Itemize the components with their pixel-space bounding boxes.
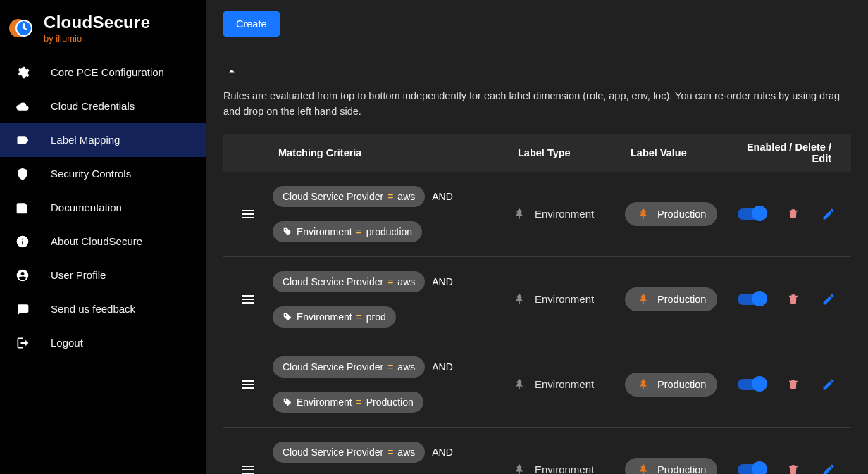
criteria-join: AND — [432, 191, 453, 202]
doc-icon — [14, 199, 31, 216]
chevron-up-icon[interactable] — [223, 63, 240, 80]
label-icon — [14, 132, 31, 149]
actions-cell — [738, 292, 856, 307]
th-label-type: Label Type — [512, 147, 625, 158]
sidebar-item-about-cloudsecure[interactable]: About CloudSecure — [0, 225, 206, 258]
brand: CloudSecure by illumio — [0, 0, 206, 56]
sidebar-item-label-mapping[interactable]: Label Mapping — [0, 123, 206, 157]
enabled-toggle[interactable] — [738, 379, 766, 390]
enabled-toggle[interactable] — [738, 208, 766, 220]
brand-subtitle: by illumio — [44, 34, 150, 44]
criteria-chip[interactable]: Cloud Service Provider=aws — [273, 186, 425, 207]
label-value-text: Production — [657, 379, 706, 390]
tree-icon — [636, 463, 650, 474]
criteria-val: prod — [366, 311, 386, 323]
edit-icon[interactable] — [821, 377, 836, 392]
label-value-cell: Production — [625, 202, 738, 226]
sidebar-item-label: Logout — [51, 337, 83, 349]
label-value-chip[interactable]: Production — [625, 458, 717, 474]
tree-icon — [636, 292, 650, 306]
table-row: Cloud Service Provider=awsANDEnvironment… — [223, 342, 851, 428]
criteria-val: aws — [397, 447, 415, 458]
criteria-val: aws — [397, 191, 415, 202]
label-value-cell: Production — [625, 458, 738, 474]
criteria-val: aws — [397, 276, 415, 287]
criteria-chip[interactable]: Environment=Production — [273, 392, 423, 413]
sidebar-item-core-pce-configuration[interactable]: Core PCE Configuration — [0, 56, 206, 89]
sidebar-item-label: Send us feedback — [51, 303, 135, 315]
gear-icon — [14, 64, 31, 81]
sidebar-item-label: About CloudSecure — [51, 235, 142, 247]
criteria-join: AND — [432, 361, 453, 373]
label-value-cell: Production — [625, 287, 738, 311]
enabled-toggle[interactable] — [738, 464, 766, 474]
delete-icon[interactable] — [786, 462, 801, 474]
criteria-key: Environment — [297, 226, 352, 237]
criteria-op: = — [356, 397, 362, 408]
th-label-value: Label Value — [625, 147, 738, 158]
label-type-cell: Environment — [512, 292, 625, 306]
table-row: Cloud Service Provider=awsANDEnvironment… — [223, 257, 851, 342]
enabled-toggle[interactable] — [738, 294, 766, 305]
criteria-join: AND — [432, 276, 453, 287]
sidebar-item-label: Cloud Credentials — [51, 100, 135, 112]
tree-icon — [512, 463, 526, 474]
main-content: Create Rules are evaluated from top to b… — [206, 0, 868, 474]
label-value-cell: Production — [625, 373, 738, 397]
edit-icon[interactable] — [821, 292, 836, 307]
criteria-op: = — [388, 276, 393, 287]
delete-icon[interactable] — [786, 206, 801, 222]
sidebar-item-label: Label Mapping — [51, 134, 120, 146]
rules-table: Matching Criteria Label Type Label Value… — [223, 134, 851, 474]
tree-icon — [512, 378, 526, 392]
criteria-join: AND — [432, 447, 453, 458]
th-criteria: Matching Criteria — [273, 147, 512, 158]
label-value-text: Production — [657, 464, 706, 474]
criteria-key: Cloud Service Provider — [283, 361, 383, 373]
sidebar-item-logout[interactable]: Logout — [0, 326, 206, 360]
sidebar-nav: Core PCE ConfigurationCloud CredentialsL… — [0, 56, 206, 360]
drag-handle-icon[interactable] — [240, 376, 256, 393]
criteria-op: = — [356, 226, 362, 237]
sidebar-item-security-controls[interactable]: Security Controls — [0, 157, 206, 191]
criteria-chip[interactable]: Environment=production — [273, 221, 422, 242]
drag-handle-icon[interactable] — [240, 206, 256, 223]
edit-icon[interactable] — [821, 462, 836, 474]
label-type-cell: Environment — [512, 463, 625, 474]
criteria-key: Cloud Service Provider — [283, 447, 383, 458]
sidebar-item-user-profile[interactable]: User Profile — [0, 258, 206, 292]
label-value-chip[interactable]: Production — [625, 373, 717, 397]
label-value-text: Production — [657, 294, 706, 305]
sidebar-item-cloud-credentials[interactable]: Cloud Credentials — [0, 89, 206, 123]
label-value-chip[interactable]: Production — [625, 202, 717, 226]
delete-icon[interactable] — [786, 377, 801, 392]
label-value-text: Production — [657, 208, 706, 220]
cloud-icon — [14, 98, 31, 115]
criteria-chip[interactable]: Cloud Service Provider=aws — [273, 271, 425, 292]
label-type-cell: Environment — [512, 207, 625, 221]
info-icon — [14, 233, 31, 250]
create-button[interactable]: Create — [223, 11, 280, 37]
sidebar-item-documentation[interactable]: Documentation — [0, 191, 206, 225]
criteria-chip[interactable]: Environment=prod — [273, 306, 396, 328]
criteria-chip[interactable]: Cloud Service Provider=aws — [273, 356, 425, 378]
tree-icon — [636, 207, 650, 221]
criteria-op: = — [388, 447, 393, 458]
logout-icon — [14, 335, 31, 351]
tag-icon — [283, 227, 292, 237]
label-type-cell: Environment — [512, 378, 625, 392]
criteria-key: Cloud Service Provider — [283, 191, 383, 202]
criteria-op: = — [388, 361, 393, 373]
delete-icon[interactable] — [786, 292, 801, 307]
sidebar-item-send-us-feedback[interactable]: Send us feedback — [0, 292, 206, 326]
drag-handle-icon[interactable] — [240, 291, 256, 308]
label-value-chip[interactable]: Production — [625, 287, 717, 311]
help-text: Rules are evaluated from top to bottom i… — [223, 88, 851, 120]
brand-logo-icon — [8, 15, 34, 41]
edit-icon[interactable] — [821, 206, 836, 222]
user-icon — [14, 267, 31, 284]
criteria-cell: Cloud Service Provider=awsANDEnvironment… — [273, 271, 512, 328]
criteria-chip[interactable]: Cloud Service Provider=aws — [273, 442, 425, 463]
drag-handle-icon[interactable] — [240, 461, 256, 474]
tag-icon — [283, 397, 292, 407]
